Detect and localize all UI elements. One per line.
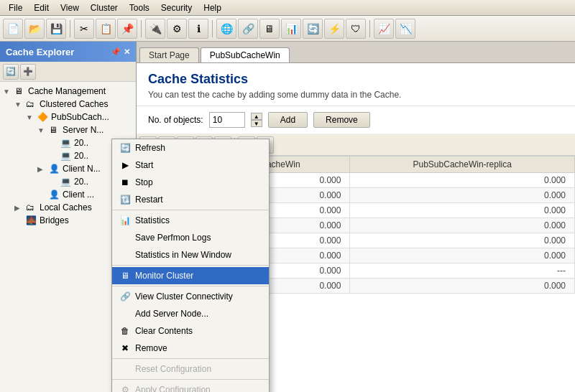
cache-stats-title: Cache Statistics [148, 72, 564, 87]
no-of-objects-input[interactable] [209, 112, 245, 128]
toggle-server[interactable]: ▼ [37, 126, 49, 134]
menu-edit[interactable]: Edit [28, 1, 55, 14]
tab-pubsub[interactable]: PubSubCacheWin [201, 47, 290, 62]
menu-security[interactable]: Security [155, 1, 198, 14]
context-menu-item-view-cluster-connectivity[interactable]: 🔗View Cluster Connectivity [112, 288, 269, 305]
cluster-btn-3[interactable]: 🖥 [259, 19, 280, 39]
cluster-btn-5[interactable]: 🔄 [303, 19, 323, 39]
cell-2-2: 0.000 [350, 203, 575, 218]
copy-btn[interactable]: 📋 [96, 19, 116, 39]
context-menu-item-reset-configuration: Reset Configuration [112, 360, 269, 378]
new-btn[interactable]: 📄 [3, 19, 23, 39]
context-menu-item-restart[interactable]: 🔃Restart [112, 191, 269, 208]
toggle-client[interactable]: ▶ [37, 165, 49, 173]
menu-item-icon: 📊 [118, 215, 132, 226]
spin-down[interactable]: ▼ [251, 120, 262, 127]
tree-item-pubsub[interactable]: ▼ 🔶 PubSubCach... [0, 111, 136, 123]
cluster-btn-6[interactable]: ⚡ [324, 19, 344, 39]
cluster-btn-1[interactable]: 🌐 [216, 19, 236, 39]
menu-item-label: Statistics in New Window [135, 250, 231, 260]
info-btn[interactable]: ℹ [188, 19, 208, 39]
label-node2: 20.. [74, 151, 88, 161]
cluster-btn-2[interactable]: 🔗 [238, 19, 258, 39]
toggle-clustered[interactable]: ▼ [14, 101, 26, 108]
cluster-btn-7[interactable]: 🛡 [346, 19, 366, 39]
remove-button[interactable]: Remove [313, 112, 370, 128]
toggle-pubsub[interactable]: ▼ [26, 113, 37, 121]
context-menu-item-statistics[interactable]: 📊Statistics [112, 212, 269, 229]
context-menu-item-start[interactable]: ▶Start [112, 157, 269, 174]
menu-help[interactable]: Help [198, 1, 227, 14]
context-menu-separator [112, 265, 269, 266]
close-icon[interactable]: ✕ [124, 47, 130, 57]
toggle-cache-mgmt[interactable]: ▼ [3, 88, 14, 95]
menu-view[interactable]: View [55, 1, 85, 14]
context-menu-item-stop[interactable]: ⏹Stop [112, 174, 269, 191]
context-menu-item-save-perfmon-logs[interactable]: Save Perfmon Logs [112, 229, 269, 246]
cell-0-2: 0.000 [350, 173, 575, 188]
context-menu-item-clear-contents[interactable]: 🗑Clear Contents [112, 322, 269, 340]
menu-item-label: Reset Configuration [135, 364, 211, 374]
context-menu-separator [112, 210, 269, 210]
icon-client2: 👤 [49, 190, 60, 200]
spin-up[interactable]: ▲ [251, 113, 262, 120]
context-menu-item-add-server-node...[interactable]: Add Server Node... [112, 305, 269, 322]
expand-btn[interactable]: ➕ [20, 64, 36, 80]
menu-item-label: Add Server Node... [135, 309, 208, 319]
menu-item-icon: ⏹ [118, 177, 132, 188]
pin-icon[interactable]: 📌 [111, 47, 121, 57]
menu-cluster[interactable]: Cluster [85, 1, 124, 14]
menu-item-label: Save Perfmon Logs [135, 233, 211, 243]
context-menu-item-remove[interactable]: ✖Remove [112, 340, 269, 357]
menu-file[interactable]: File [3, 1, 28, 14]
context-menu-item-monitor-cluster[interactable]: 🖥Monitor Cluster [112, 267, 269, 284]
label-node1: 20.. [74, 138, 88, 148]
cluster-btn-4[interactable]: 📊 [281, 19, 301, 39]
tree-item-cache-mgmt[interactable]: ▼ 🖥 Cache Management [0, 85, 136, 98]
refresh-btn[interactable]: 🔄 [3, 64, 19, 80]
panel-header: Cache Explorer 📌 ✕ [0, 42, 136, 62]
panel-toolbar: 🔄 ➕ [0, 62, 136, 82]
tab-start-page[interactable]: Start Page [139, 47, 199, 62]
add-button[interactable]: Add [268, 112, 308, 128]
tab-strip: Start Page PubSubCacheWin [137, 42, 575, 63]
settings-btn[interactable]: ⚙ [167, 19, 187, 39]
label-client-node: 20.. [74, 177, 88, 187]
menu-item-label: Stop [135, 177, 153, 187]
connect-btn[interactable]: 🔌 [145, 19, 165, 39]
label-pubsub: PubSubCach... [51, 112, 109, 122]
cut-btn[interactable]: ✂ [74, 19, 94, 39]
menu-item-icon: ✖ [118, 342, 132, 354]
toolbar-sep-3 [212, 20, 213, 37]
cell-4-2: 0.000 [350, 233, 575, 248]
tree-item-server[interactable]: ▼ 🖥 Server N... [0, 123, 136, 136]
menu-item-icon: 🗑 [118, 325, 132, 337]
icon-node1: 💻 [60, 138, 72, 148]
menu-item-label: View Cluster Connectivity [135, 291, 233, 302]
tree-item-clustered[interactable]: ▼ 🗂 Clustered Caches [0, 98, 136, 111]
menu-tools[interactable]: Tools [124, 1, 155, 14]
cell-1-2: 0.000 [350, 188, 575, 203]
cell-7-2: 0.000 [350, 279, 575, 294]
misc-btn-2[interactable]: 📉 [395, 19, 415, 39]
open-btn[interactable]: 📂 [24, 19, 45, 39]
icon-server: 🖥 [49, 125, 60, 135]
menu-item-label: Clear Contents [135, 326, 193, 336]
icon-clustered: 🗂 [26, 99, 37, 109]
context-menu-item-statistics-in-new-window[interactable]: Statistics in New Window [112, 246, 269, 263]
menu-item-icon: 🔃 [118, 194, 132, 205]
col-header-replica: PubSubCacheWin-replica [350, 157, 575, 173]
icon-client: 👤 [49, 164, 60, 174]
context-menu-item-refresh[interactable]: 🔄Refresh [112, 139, 269, 157]
save-btn[interactable]: 💾 [46, 19, 66, 39]
context-menu-item-apply-configuration: ⚙Apply Configuration [112, 381, 269, 392]
cache-stats-header: Cache Statistics You can test the cache … [137, 63, 575, 106]
misc-btn-1[interactable]: 📈 [374, 19, 394, 39]
label-server: Server N... [63, 125, 104, 135]
menu-item-label: Refresh [135, 143, 165, 153]
icon-node2: 💻 [60, 151, 72, 161]
icon-cache-mgmt: 🖥 [14, 86, 26, 96]
toggle-local[interactable]: ▶ [14, 204, 26, 212]
paste-btn[interactable]: 📌 [117, 19, 137, 39]
label-client: Client N... [63, 164, 101, 174]
